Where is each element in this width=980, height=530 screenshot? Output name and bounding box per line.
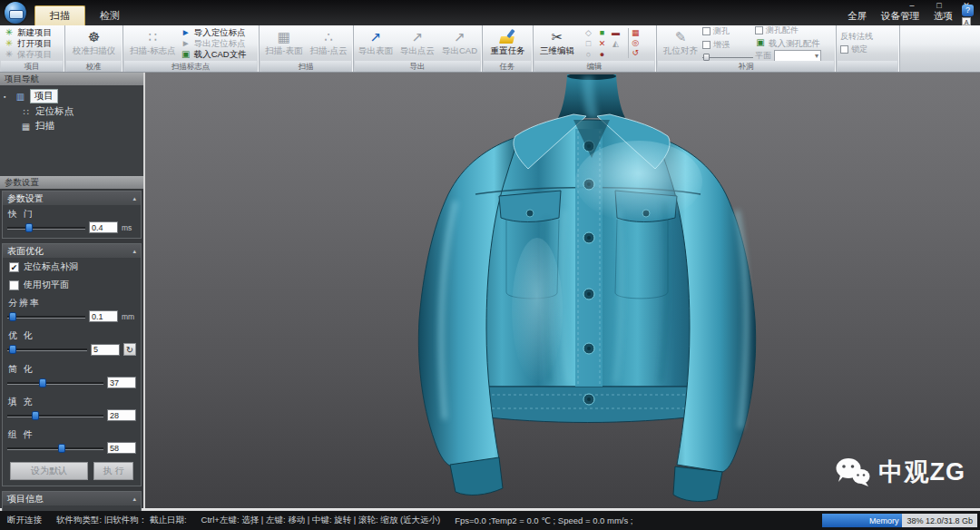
scissors-icon: ✂: [552, 30, 564, 44]
delete-icon[interactable]: ✕: [595, 38, 609, 49]
mouse-hints: Ctrl+左键: 选择 | 左键: 移动 | 中键: 旋转 | 滚轮: 缩放 (…: [201, 515, 441, 526]
checkbox-box: [702, 41, 710, 49]
edit-3d-button[interactable]: ✂ 三维编辑: [537, 30, 577, 57]
group-label-project: 项目: [1, 61, 63, 72]
collapse-icon: ▴: [132, 195, 136, 202]
load-cad-button[interactable]: ▣ 载入CAD文件: [181, 49, 247, 59]
undo-edit-icon[interactable]: ↺: [632, 48, 640, 58]
marker-fill-checkbox[interactable]: ✔ 定位标点补洞: [3, 258, 141, 276]
export-pointcloud-button[interactable]: ↗ 导出点云: [397, 30, 437, 57]
simplify-label: 简 化: [3, 360, 141, 377]
enhance-checkbox[interactable]: 增强: [702, 39, 753, 51]
load-hole-fitting-button[interactable]: ▣ 载入测孔配件: [755, 38, 821, 48]
export-surface-button[interactable]: ↗ 导出表面: [356, 30, 396, 57]
measure-hole-checkbox[interactable]: 测孔: [702, 25, 753, 37]
slider-thumb[interactable]: [9, 312, 16, 321]
plane-cut-icon[interactable]: ▬: [609, 27, 622, 38]
tab-detect[interactable]: 检测: [85, 6, 134, 25]
hole-size-slider[interactable]: [702, 53, 753, 62]
lasso-select-icon[interactable]: ◇: [582, 27, 595, 38]
menu-device-management[interactable]: 设备管理: [881, 10, 919, 23]
box-select-icon[interactable]: □: [582, 38, 595, 49]
broom-icon: [499, 30, 517, 44]
info-section-header[interactable]: 项目信息 ▴: [3, 492, 141, 505]
slider-thumb[interactable]: [39, 378, 46, 388]
group-label-task: 任务: [484, 61, 531, 72]
hole-fitting-checkbox[interactable]: 测孔配件: [755, 25, 821, 36]
rect-select-icon[interactable]: ■: [595, 27, 609, 38]
hole-align-icon: ✎: [675, 30, 687, 44]
optimize-value-input[interactable]: [91, 344, 120, 356]
brush-tool-icon[interactable]: ●: [595, 49, 609, 60]
open-project-icon: ✳: [4, 39, 15, 48]
slider-thumb[interactable]: [703, 54, 710, 61]
resolution-unit: mm: [122, 312, 136, 321]
export-cad-button[interactable]: ↗ 导出CAD: [439, 30, 480, 57]
optimize-slider[interactable]: [7, 344, 87, 355]
menu-fullscreen[interactable]: 全屏: [848, 10, 867, 23]
circle-select-icon[interactable]: ○: [582, 49, 595, 60]
reset-task-button[interactable]: 重置任务: [488, 30, 528, 57]
scan-pointcloud-button[interactable]: ∴ 扫描-点云: [308, 30, 350, 57]
surface-section: 表面优化 ▴ ✔ 定位标点补洞 使用切平面 分辨率 mm: [2, 243, 142, 486]
tree-expand-icon[interactable]: ▪: [4, 93, 11, 100]
application-window: 扫描 检测 – □ ✕ 全屏 设备管理 选项 ? A ✳ 新建项目 ✳: [0, 0, 980, 530]
dongle-info: 软件狗类型: 旧软件狗： 截止日期:: [56, 515, 187, 526]
help-icon[interactable]: ?: [962, 5, 974, 16]
surface-section-header[interactable]: 表面优化 ▴: [3, 244, 141, 258]
component-slider[interactable]: [7, 443, 103, 454]
new-project-button[interactable]: ✳ 新建项目: [4, 27, 52, 37]
shutter-value-input[interactable]: [89, 221, 118, 233]
ribbon-group-normals: 反转法线 锁定: [837, 25, 900, 72]
calibrate-scanner-button[interactable]: ☸ 校准扫描仪: [70, 30, 119, 57]
shutter-slider[interactable]: [7, 222, 85, 233]
slider-thumb[interactable]: [9, 345, 16, 354]
tree-item-project[interactable]: ▪ ▥ 项目: [4, 88, 140, 104]
clear-selection-icon[interactable]: ▦: [632, 28, 640, 38]
flip-normals-button[interactable]: 反转法线: [840, 31, 873, 43]
ribbon-group-markers: ∷ 扫描-标志点 ► 导入定位标点 ► 导出定位标点 ▣ 载入CAD文件 扫描标…: [123, 25, 260, 72]
export-cad-icon: ↗: [454, 30, 466, 44]
fill-value-input[interactable]: [107, 409, 136, 421]
scan-markers-button[interactable]: ∷ 扫描-标志点: [127, 30, 179, 57]
fill-slider[interactable]: [7, 410, 103, 421]
collapse-icon: ▴: [132, 248, 136, 255]
save-project-button[interactable]: ✳ 保存项目: [4, 49, 52, 59]
scanned-jacket-model[interactable]: [392, 74, 782, 505]
open-project-button[interactable]: ✳ 打开项目: [4, 38, 52, 48]
edit-tool-palette: ◇ ■ ▬ □ ✕ ◭ ○ ●: [582, 27, 622, 60]
params-section-header[interactable]: 参数设置 ▴: [3, 191, 141, 205]
scan-node-icon: ▦: [20, 122, 32, 132]
slider-thumb[interactable]: [58, 444, 65, 453]
set-default-button[interactable]: 设为默认: [10, 462, 88, 480]
group-label-normals: [838, 61, 897, 72]
hole-align-button[interactable]: ✎ 孔位对齐: [661, 30, 701, 57]
tree-item-scan[interactable]: ▦ 扫描: [4, 119, 140, 133]
resolution-slider[interactable]: [7, 311, 85, 322]
edit-side-tools: ▦ ◎ ↺: [628, 28, 640, 58]
polygon-tool-icon[interactable]: ◭: [609, 38, 622, 49]
collapse-icon: ▴: [132, 496, 136, 503]
resolution-value-input[interactable]: [89, 310, 118, 322]
component-value-input[interactable]: [107, 442, 136, 454]
tree-item-markers[interactable]: ∷ 定位标点: [4, 104, 140, 119]
refresh-icon[interactable]: ↻: [123, 343, 136, 356]
lock-checkbox[interactable]: 锁定: [840, 44, 867, 55]
export-pointcloud-icon: ↗: [412, 30, 424, 44]
cut-plane-checkbox[interactable]: 使用切平面: [3, 276, 141, 294]
slider-thumb[interactable]: [25, 223, 33, 232]
viewport-3d[interactable]: 中观ZG: [145, 73, 980, 508]
ribbon-group-task: 重置任务 任务: [483, 25, 534, 72]
menu-options[interactable]: 选项: [934, 10, 953, 23]
scan-surface-button[interactable]: ▦ 扫描-表面: [262, 30, 305, 57]
app-logo-icon[interactable]: [5, 2, 26, 24]
tab-scan[interactable]: 扫描: [34, 5, 85, 25]
slider-thumb[interactable]: [32, 411, 39, 420]
invert-selection-icon[interactable]: ◎: [632, 38, 640, 48]
ribbon-group-scan: ▦ 扫描-表面 ∴ 扫描-点云 扫描: [260, 25, 354, 72]
export-markers-button[interactable]: ► 导出定位标点: [181, 38, 246, 48]
execute-button[interactable]: 执 行: [93, 462, 133, 480]
import-markers-button[interactable]: ► 导入定位标点: [181, 27, 246, 37]
simplify-value-input[interactable]: [107, 377, 136, 388]
simplify-slider[interactable]: [7, 378, 103, 388]
